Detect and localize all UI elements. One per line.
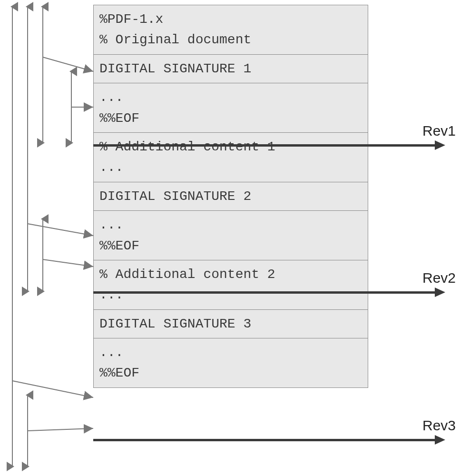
rev1-arrowhead-icon xyxy=(435,140,445,150)
rev3-label: Rev3 xyxy=(422,417,456,434)
rev2-line xyxy=(93,291,437,294)
block-eof-2: ... %%EOF xyxy=(94,211,368,260)
rev2-arrowhead-icon xyxy=(435,288,445,297)
block-additional-1: % Additional content 1 ... xyxy=(94,133,368,182)
block-signature-3: DIGITAL SIGNATURE 3 xyxy=(94,310,368,338)
block-additional-2: % Additional content 2 ... xyxy=(94,260,368,310)
block-pdf-header: %PDF-1.x % Original document xyxy=(94,5,368,55)
svg-line-3 xyxy=(12,381,93,397)
svg-line-11 xyxy=(28,428,93,431)
rev3-line xyxy=(93,439,437,441)
rev1-label: Rev1 xyxy=(422,123,456,139)
block-signature-1: DIGITAL SIGNATURE 1 xyxy=(94,55,368,83)
rev3-arrowhead-icon xyxy=(435,435,445,445)
diagram-canvas: %PDF-1.x % Original document DIGITAL SIG… xyxy=(0,0,470,476)
block-eof-1: ... %%EOF xyxy=(94,83,368,133)
pdf-structure-box: %PDF-1.x % Original document DIGITAL SIG… xyxy=(93,5,368,388)
svg-line-4 xyxy=(28,224,93,236)
block-eof-3: ... %%EOF xyxy=(94,338,368,387)
svg-line-9 xyxy=(43,259,93,267)
svg-line-5 xyxy=(43,57,93,71)
block-signature-2: DIGITAL SIGNATURE 2 xyxy=(94,182,368,211)
rev2-label: Rev2 xyxy=(422,270,456,286)
rev1-line xyxy=(93,144,437,147)
